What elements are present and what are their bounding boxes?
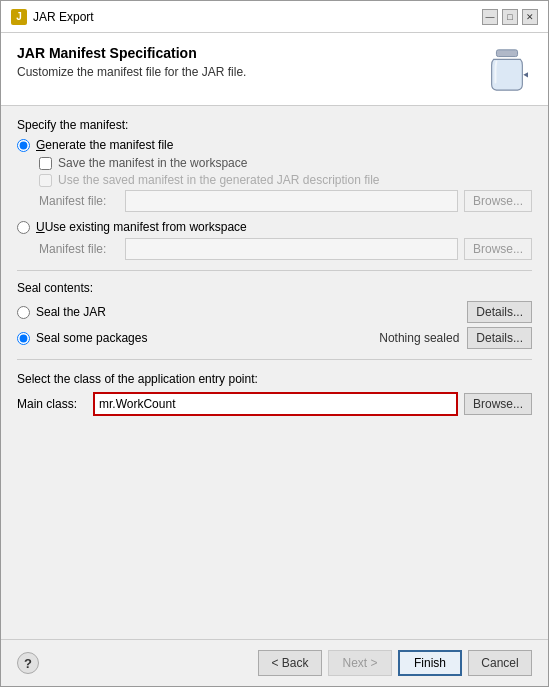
dialog: J JAR Export — □ ✕ JAR Manifest Specific… [0,0,549,687]
existing-manifest-file-row: Manifest file: Browse... [39,238,532,260]
seal-packages-details-button[interactable]: Details... [467,327,532,349]
seal-jar-radio[interactable] [17,306,30,319]
title-bar: J JAR Export — □ ✕ [1,1,548,33]
use-saved-manifest-checkbox[interactable] [39,174,52,187]
generate-manifest-radio[interactable] [17,139,30,152]
use-saved-manifest-checkbox-label: Use the saved manifest in the generated … [58,173,380,187]
footer-right: < Back Next > Finish Cancel [258,650,532,676]
specify-manifest-label: Specify the manifest: [17,118,532,132]
existing-manifest-browse-button[interactable]: Browse... [464,238,532,260]
jar-svg-icon [486,46,528,94]
manifest-file-label: Manifest file: [39,194,119,208]
cancel-button[interactable]: Cancel [468,650,532,676]
content-area: Specify the manifest: Generate the manif… [1,106,548,639]
manifest-browse-button[interactable]: Browse... [464,190,532,212]
title-bar-controls: — □ ✕ [482,9,538,25]
generate-manifest-radio-item[interactable]: Generate the manifest file [17,138,532,152]
seal-packages-radio-item[interactable]: Seal some packages [17,331,147,345]
save-manifest-checkbox[interactable] [39,157,52,170]
existing-manifest-file-input[interactable] [125,238,458,260]
entry-point-label: Select the class of the application entr… [17,372,532,386]
existing-manifest-file-label: Manifest file: [39,242,119,256]
entry-section: Select the class of the application entr… [17,372,532,416]
seal-packages-label[interactable]: Seal some packages [36,331,147,345]
seal-jar-details-button[interactable]: Details... [467,301,532,323]
header-icon [482,45,532,95]
seal-packages-radio[interactable] [17,332,30,345]
page-title: JAR Manifest Specification [17,45,246,61]
next-button[interactable]: Next > [328,650,392,676]
page-subtitle: Customize the manifest file for the JAR … [17,65,246,79]
seal-jar-details-row: Details... [467,301,532,323]
maximize-button[interactable]: □ [502,9,518,25]
minimize-button[interactable]: — [482,9,498,25]
main-class-input[interactable] [93,392,458,416]
divider-2 [17,359,532,360]
svg-marker-1 [523,71,528,79]
back-button[interactable]: < Back [258,650,322,676]
close-button[interactable]: ✕ [522,9,538,25]
seal-packages-row: Seal some packages Nothing sealed Detail… [17,327,532,349]
seal-jar-radio-item[interactable]: Seal the JAR [17,305,106,319]
seal-contents-label: Seal contents: [17,281,532,295]
header-text: JAR Manifest Specification Customize the… [17,45,246,79]
divider-1 [17,270,532,271]
main-class-row: Main class: Browse... [17,392,532,416]
footer: ? < Back Next > Finish Cancel [1,639,548,686]
use-existing-radio-item[interactable]: UUse existing manifest from workspace [17,220,532,234]
help-button[interactable]: ? [17,652,39,674]
seal-jar-label[interactable]: Seal the JAR [36,305,106,319]
seal-jar-row: Seal the JAR Details... [17,301,532,323]
nothing-sealed-text: Nothing sealed [379,331,459,345]
finish-button[interactable]: Finish [398,650,462,676]
use-existing-manifest-radio[interactable] [17,221,30,234]
header-section: JAR Manifest Specification Customize the… [1,33,548,106]
generate-manifest-label[interactable]: Generate the manifest file [36,138,173,152]
save-manifest-checkbox-item[interactable]: Save the manifest in the workspace [39,156,532,170]
svg-rect-0 [496,50,517,57]
footer-left: ? [17,652,39,674]
save-manifest-checkbox-label[interactable]: Save the manifest in the workspace [58,156,247,170]
main-class-label: Main class: [17,397,87,411]
manifest-file-input[interactable] [125,190,458,212]
use-existing-manifest-label[interactable]: UUse existing manifest from workspace [36,220,247,234]
manifest-file-row: Manifest file: Browse... [39,190,532,212]
seal-section: Seal contents: Seal the JAR Details... S… [17,281,532,349]
main-class-browse-button[interactable]: Browse... [464,393,532,415]
jar-icon: J [11,9,27,25]
seal-packages-right: Nothing sealed Details... [379,327,532,349]
title-bar-title: JAR Export [33,10,94,24]
use-saved-manifest-checkbox-item[interactable]: Use the saved manifest in the generated … [39,173,532,187]
title-bar-left: J JAR Export [11,9,94,25]
